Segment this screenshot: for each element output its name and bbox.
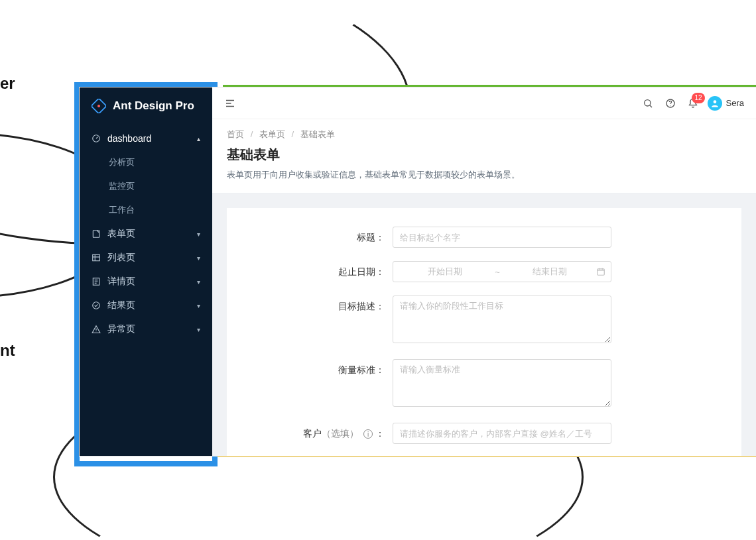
- svg-rect-4: [93, 254, 100, 260]
- sidebar: Ant Design Pro dashboard ▴ 分析页 监控页 工作台: [80, 87, 212, 456]
- info-icon[interactable]: i: [363, 429, 373, 439]
- form-row-daterange: 起止日期： 开始日期 ~ 结束日期: [227, 261, 741, 282]
- daterange-end: 结束日期: [504, 266, 596, 278]
- svg-point-7: [644, 99, 650, 105]
- page-title: 基础表单: [227, 146, 741, 164]
- form-label-client: 客户（选填） i ：: [227, 423, 393, 444]
- sidebar-item-label: 工作台: [109, 204, 135, 216]
- sidebar-item-exception[interactable]: 异常页 ▾: [80, 317, 212, 341]
- annotation-sider-label: er: [0, 74, 15, 93]
- daterange-start: 开始日期: [399, 266, 491, 278]
- breadcrumb: 首页 / 表单页 / 基础表单: [227, 129, 741, 140]
- daterange-picker[interactable]: 开始日期 ~ 结束日期: [393, 261, 611, 282]
- annotation-content-label: nt: [0, 341, 15, 360]
- warning-icon: [92, 325, 101, 334]
- sidebar-subitem-analysis[interactable]: 分析页: [80, 150, 212, 174]
- sidebar-item-label: 结果页: [107, 299, 135, 311]
- form-row-metric: 衡量标准：: [227, 359, 741, 409]
- chevron-down-icon: ▾: [197, 231, 200, 238]
- form-label-metric: 衡量标准：: [227, 359, 393, 380]
- notifications-badge: 12: [692, 93, 704, 103]
- collapse-sidebar-button[interactable]: [224, 97, 236, 109]
- sidebar-item-label: 表单页: [107, 228, 135, 240]
- sider-highlight: [74, 461, 218, 466]
- metric-textarea[interactable]: [393, 359, 611, 407]
- form-row-title: 标题：: [227, 227, 741, 248]
- dashboard-icon: [92, 134, 101, 143]
- title-input[interactable]: [393, 227, 611, 248]
- table-icon: [92, 253, 101, 262]
- form-row-goal: 目标描述：: [227, 296, 741, 346]
- brand[interactable]: Ant Design Pro: [80, 87, 212, 124]
- sidebar-item-list[interactable]: 列表页 ▾: [80, 246, 212, 270]
- check-circle-icon: [92, 301, 101, 310]
- sidebar-menu: dashboard ▴ 分析页 监控页 工作台 表单页 ▾: [80, 124, 212, 456]
- breadcrumb-sep: /: [251, 129, 253, 139]
- page-content: 标题： 起止日期： 开始日期 ~ 结束日期: [212, 193, 756, 456]
- breadcrumb-current: 基础表单: [300, 129, 335, 139]
- page-description: 表单页用于向用户收集或验证信息，基础表单常见于数据项较少的表单场景。: [227, 169, 741, 181]
- goal-textarea[interactable]: [393, 296, 611, 343]
- sidebar-subitem-workbench[interactable]: 工作台: [80, 198, 212, 222]
- sider-highlight: [74, 82, 80, 466]
- sidebar-submenu-dashboard: 分析页 监控页 工作台: [80, 150, 212, 222]
- client-input[interactable]: [393, 423, 611, 444]
- form-row-client: 客户（选填） i ：: [227, 423, 741, 444]
- chevron-down-icon: ▾: [197, 278, 200, 286]
- username[interactable]: Sera: [726, 98, 744, 108]
- form-card: 标题： 起止日期： 开始日期 ~ 结束日期: [227, 208, 741, 456]
- main: 12 Sera 首页 / 表单页 / 基础表单 基础表单 表单页用于向用户收集或…: [212, 87, 756, 456]
- sidebar-item-label: 详情页: [107, 276, 135, 288]
- sidebar-item-label: 异常页: [107, 323, 135, 335]
- help-icon[interactable]: [665, 98, 676, 109]
- chevron-up-icon: ▴: [197, 135, 200, 142]
- sidebar-item-label: dashboard: [107, 133, 151, 144]
- avatar[interactable]: [708, 96, 722, 111]
- sidebar-item-result[interactable]: 结果页 ▾: [80, 294, 212, 317]
- sidebar-item-dashboard[interactable]: dashboard ▴: [80, 127, 212, 150]
- chevron-down-icon: ▾: [197, 302, 200, 309]
- sidebar-item-label: 列表页: [107, 252, 135, 264]
- brand-name: Ant Design Pro: [113, 99, 194, 113]
- detail-icon: [92, 277, 101, 286]
- search-icon[interactable]: [643, 98, 653, 109]
- chevron-down-icon: ▾: [197, 254, 200, 262]
- notifications-button[interactable]: 12: [688, 98, 698, 109]
- svg-point-9: [713, 100, 716, 103]
- svg-point-6: [93, 302, 100, 309]
- form-label-daterange: 起止日期：: [227, 261, 393, 282]
- sidebar-item-label: 监控页: [109, 180, 135, 192]
- calendar-icon: [596, 267, 605, 276]
- sidebar-item-form[interactable]: 表单页 ▾: [80, 222, 212, 246]
- sidebar-subitem-monitor[interactable]: 监控页: [80, 174, 212, 198]
- sidebar-item-label: 分析页: [109, 156, 135, 168]
- form-label-title: 标题：: [227, 227, 393, 248]
- daterange-sep: ~: [495, 267, 500, 277]
- form-icon: [92, 229, 101, 239]
- sider-highlight: [74, 82, 218, 87]
- app-frame: Ant Design Pro dashboard ▴ 分析页 监控页 工作台: [80, 87, 756, 456]
- svg-point-1: [97, 104, 100, 107]
- sidebar-item-detail[interactable]: 详情页 ▾: [80, 270, 212, 294]
- chevron-down-icon: ▾: [197, 326, 200, 333]
- form-label-goal: 目标描述：: [227, 296, 393, 317]
- brand-logo-icon: [92, 99, 106, 113]
- svg-rect-10: [598, 269, 605, 275]
- breadcrumb-home[interactable]: 首页: [227, 129, 244, 139]
- breadcrumb-sep: /: [292, 129, 294, 139]
- header-bar: 12 Sera: [212, 87, 756, 119]
- page-header: 首页 / 表单页 / 基础表单 基础表单 表单页用于向用户收集或验证信息，基础表…: [212, 119, 756, 193]
- breadcrumb-section[interactable]: 表单页: [259, 129, 285, 139]
